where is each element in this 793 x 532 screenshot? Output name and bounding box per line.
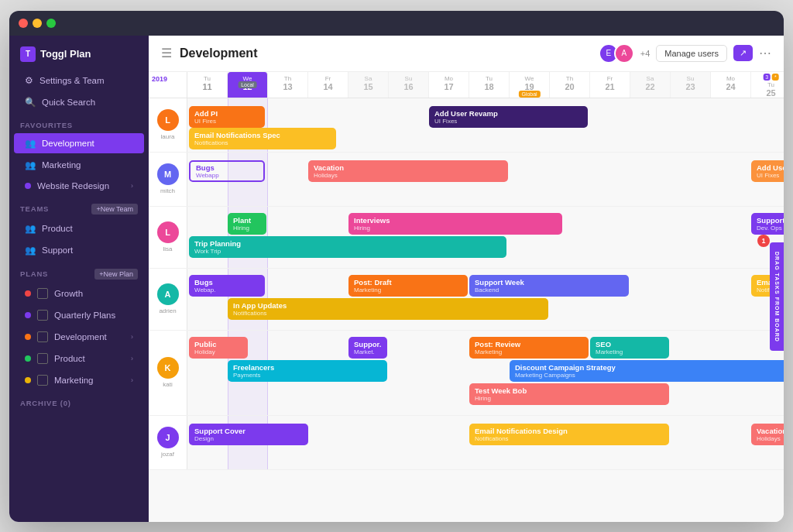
username-laura: laura: [161, 133, 175, 140]
bar-vacation-mitch[interactable]: Vacation Holidays: [308, 160, 508, 182]
username-lisa: lisa: [163, 245, 172, 252]
app-name: Toggl Plan: [40, 48, 91, 60]
bar-seo[interactable]: SEO Marketing: [590, 337, 669, 359]
page-title: Development: [180, 46, 257, 60]
week-tu25: 3 * Tu25: [751, 72, 784, 98]
dot-icon: [25, 183, 31, 189]
traffic-lights: [19, 19, 56, 28]
sidebar-item-product[interactable]: 👥 Product: [14, 218, 144, 239]
sidebar-item-development[interactable]: 👥 Development: [14, 133, 144, 153]
bar-in-app-updates[interactable]: In App Updates Notifications: [228, 298, 548, 320]
sidebar-item-marketing[interactable]: 👥 Marketing: [14, 155, 144, 175]
timeline-header: 2019 Tu11 Local We12 Th13 Fr14 Sa15: [149, 72, 784, 98]
bar-add-user-imp[interactable]: Add User Imp. UI Fixes: [751, 160, 784, 182]
week-fr21: Fr21: [590, 72, 630, 98]
gantt-row-lisa: L lisa Plant Hiring: [149, 207, 784, 269]
week-th13: Th13: [268, 72, 308, 98]
gantt-row-jozaf: J jozaf Support Cover Design: [149, 416, 784, 470]
new-plan-button[interactable]: +New Plan: [94, 269, 138, 280]
titlebar: [9, 11, 784, 36]
header-right: E A +4 Manage users ↗ ⋯: [599, 43, 771, 63]
grid5-icon: [37, 375, 48, 386]
bar-support-kati[interactable]: Suppor. Market.: [348, 337, 387, 359]
minimize-button[interactable]: [33, 19, 42, 28]
bar-public[interactable]: Public Holiday: [189, 337, 248, 359]
more-options-icon[interactable]: ⋯: [759, 46, 771, 60]
week-headers: Tu11 Local We12 Th13 Fr14 Sa15 Su16 Mo17…: [187, 72, 784, 98]
close-button[interactable]: [19, 19, 28, 28]
user-col-kati: K kati: [149, 331, 187, 415]
bar-bugs-mitch[interactable]: Bugs Webapp: [189, 160, 265, 182]
sidebar-item-product-plan[interactable]: Product ›: [14, 348, 144, 369]
favourites-label: FAVOURITES: [9, 113, 149, 132]
bar-support-week-adrien[interactable]: Support Week Backend: [469, 275, 629, 297]
timeline-laura: Add PI UI Fires Email Notifications Spec…: [187, 98, 784, 152]
bar-email-notif-design[interactable]: Email Notifications Design Notifications: [469, 424, 669, 445]
avatar-adrien: A: [157, 283, 179, 305]
num-badge-3: 3: [763, 74, 771, 81]
menu-icon[interactable]: ☰: [161, 46, 172, 60]
bar-interviews[interactable]: Interviews Hiring: [348, 213, 562, 235]
bar-test-week[interactable]: Test Week Bob Hiring: [469, 383, 669, 405]
new-team-button[interactable]: +New Team: [91, 204, 138, 215]
bar-trip-planning[interactable]: Trip Planning Work Trip: [189, 236, 506, 258]
timeline-adrien: Bugs Webap. In App Updates Notifications: [187, 269, 784, 330]
main-content: ☰ Development E A +4 Manage users ↗ ⋯: [149, 36, 784, 522]
sidebar-item-growth[interactable]: Growth: [14, 283, 144, 304]
bar-discount-campaign[interactable]: Discount Campaign Strategy Marketing Cam…: [510, 360, 784, 382]
drag-tasks-handle[interactable]: DRAG TASKS FROM BOARD: [770, 242, 784, 351]
local-badge: Local: [238, 81, 257, 88]
sidebar-item-search[interactable]: 🔍 Quick Search: [14, 92, 144, 112]
settings-icon: ⚙: [25, 75, 33, 86]
bar-support-cover[interactable]: Support Cover Design: [189, 424, 308, 445]
week-sa22: Sa22: [630, 72, 671, 98]
grid2-icon: [37, 310, 48, 321]
gantt-container[interactable]: 2019 Tu11 Local We12 Th13 Fr14 Sa15: [149, 72, 784, 522]
chevron-right-icon: ›: [131, 182, 133, 190]
bar-post-review[interactable]: Post: Review Marketing: [469, 337, 589, 359]
sidebar-item-dev-plan[interactable]: Development ›: [14, 327, 144, 347]
teams-label: TEAMS +New Team: [9, 196, 149, 218]
sidebar-item-settings[interactable]: ⚙ Settings & Team: [14, 70, 144, 91]
support-icon: 👥: [25, 245, 36, 256]
manage-users-button[interactable]: Manage users: [656, 45, 727, 62]
bar-support-week-lisa[interactable]: Support Week Dev. Ops: [751, 213, 784, 235]
gantt-row-mitch: M mitch Bugs Webapp: [149, 153, 784, 207]
users-icon: 👥: [25, 138, 36, 149]
bar-bugs-adrien[interactable]: Bugs Webap.: [189, 275, 265, 297]
bar-add-user-revamp[interactable]: Add User Revamp UI Fixes: [429, 106, 588, 128]
sidebar-item-quarterly[interactable]: Quarterly Plans: [14, 305, 144, 325]
bar-add-pi[interactable]: Add PI UI Fires: [189, 106, 265, 128]
global-badge: Global: [518, 91, 540, 98]
week-tu11: Tu11: [187, 72, 228, 98]
grid3-icon: [37, 331, 48, 342]
bar-plant[interactable]: Plant Hiring: [228, 213, 266, 235]
bar-freelancers[interactable]: Freelancers Payments: [228, 360, 387, 382]
dev-dot-icon: [25, 334, 31, 340]
gantt-row-kati: K kati Public Holiday: [149, 331, 784, 416]
sidebar-logo[interactable]: T Toggl Plan: [9, 36, 149, 70]
share-button[interactable]: ↗: [733, 45, 753, 61]
bar-vacation-jozaf[interactable]: Vacation Holidays: [751, 424, 784, 445]
gantt-row-laura: L laura Add PI UI Fires: [149, 98, 784, 153]
users-count: +4: [640, 49, 651, 58]
sidebar-item-support[interactable]: 👥 Support: [14, 240, 144, 260]
username-adrien: adrien: [159, 307, 176, 314]
username-jozaf: jozaf: [161, 451, 174, 458]
bar-email-notif-spec[interactable]: Email Notifications Spec Notifications: [189, 128, 336, 149]
gantt-rows: L laura Add PI UI Fires: [149, 98, 784, 470]
timeline-jozaf: Support Cover Design Email Notifications…: [187, 416, 784, 469]
avatar-kati: K: [157, 357, 179, 379]
growth-dot-icon: [25, 290, 31, 297]
quarterly-dot-icon: [25, 312, 31, 318]
search-icon: 🔍: [25, 97, 36, 108]
marketing-icon: 👥: [25, 160, 36, 170]
year-label: 2019: [149, 72, 187, 86]
maximize-button[interactable]: [46, 19, 56, 28]
sidebar: T Toggl Plan ⚙ Settings & Team 🔍 Quick S…: [9, 36, 149, 522]
bar-post-draft[interactable]: Post: Draft Marketing: [348, 275, 468, 297]
product-icon: 👥: [25, 223, 36, 234]
dev-chevron-icon: ›: [131, 333, 133, 341]
sidebar-item-marketing-plan[interactable]: Marketing ›: [14, 370, 144, 390]
sidebar-item-website-redesign[interactable]: Website Redesign ›: [14, 177, 144, 195]
